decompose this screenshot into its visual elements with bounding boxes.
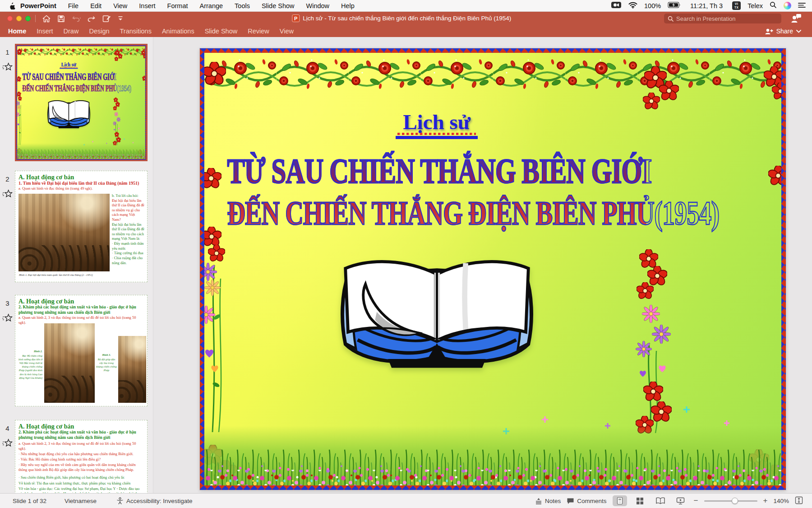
slide-thumbnail-panel[interactable]: 1 Lịch sử: [0, 37, 153, 493]
close-window-button[interactable]: [7, 16, 13, 21]
workspace: 1 Lịch sử: [0, 37, 812, 493]
accessibility-status[interactable]: Accessibility: Investigate: [116, 497, 192, 504]
chevron-down-icon: [796, 30, 801, 33]
wifi-icon[interactable]: [628, 2, 637, 10]
slide-thumbnail-3[interactable]: A. Hoạt động cơ bản 2. Khám phá các hoạt…: [15, 295, 148, 406]
thumb2-photo-caption: Hình 1. Đại hội đại biểu toàn quốc lần t…: [19, 273, 114, 276]
undo-icon[interactable]: [72, 15, 81, 22]
slide-thumbnail-4[interactable]: A. Hoạt động cơ bản 2. Khám phá các hoạt…: [15, 420, 148, 493]
share-label: Share: [776, 28, 793, 35]
control-center-icon[interactable]: [798, 2, 806, 9]
export-icon[interactable]: [102, 15, 111, 23]
tab-view[interactable]: View: [280, 28, 294, 35]
slide-counter[interactable]: Slide 1 of 32: [13, 498, 46, 504]
battery-icon[interactable]: [668, 2, 681, 9]
save-icon[interactable]: [57, 15, 65, 23]
thumb2-question: Đại hội đại biểu lần thứ II của Đảng đã …: [112, 199, 145, 223]
slide3-photo-hinh3: [118, 336, 146, 403]
zoom-window-button[interactable]: [25, 16, 31, 21]
tab-transitions[interactable]: Transitions: [120, 28, 152, 35]
thumb4-green-line: Về văn hóa - giáo dục: Các trường đại họ…: [18, 486, 144, 493]
menu-clock[interactable]: 11:21, Th 3: [690, 2, 723, 9]
normal-view-button[interactable]: [613, 495, 627, 506]
siri-icon[interactable]: [784, 2, 791, 9]
slide-sorter-button[interactable]: [633, 495, 647, 506]
input-badge-top: VI: [735, 2, 738, 5]
zoom-slider-knob[interactable]: [732, 498, 738, 504]
thumb2-bullet: · Tăng cường thi đua: [112, 251, 145, 256]
search-box[interactable]: [664, 14, 781, 23]
reading-view-button[interactable]: [653, 495, 668, 506]
thumb4-red-line: a. Quan sát hình 2, 3 và đọc thông tin t…: [18, 441, 144, 451]
share-button[interactable]: Share: [765, 25, 801, 37]
thumb4-heading: A. Hoạt động cơ bản: [18, 423, 144, 430]
apple-icon[interactable]: [9, 2, 16, 9]
people-icon[interactable]: [791, 13, 802, 25]
comments-button[interactable]: Comments: [567, 498, 606, 504]
slide-title-line1: TỪ SAU CHIẾN THẮNG BIÊN GIỚI: [22, 72, 115, 82]
thumb4-red-line: · Hãy nêu suy nghĩ của em về tình cảm gi…: [18, 462, 144, 472]
slide-thumbnail-2[interactable]: A. Hoạt động cơ bản 1. Tìm hiểu về Đại h…: [15, 171, 148, 282]
slide-editing-canvas[interactable]: Lịch sử TỪ SAU CHIẾN THẮNG BIÊN GIỚI ĐẾN…: [153, 37, 812, 493]
menu-tools[interactable]: Tools: [235, 2, 250, 9]
slide-title-line2: ĐẾN CHIẾN THẮNG ĐIỆN BIÊN PHỦ(1954): [22, 83, 115, 93]
menu-edit[interactable]: Edit: [90, 2, 102, 9]
slide-canvas[interactable]: Lịch sử TỪ SAU CHIẾN THẮNG BIÊN GIỚI ĐẾN…: [200, 48, 786, 490]
slide-title-line1[interactable]: TỪ SAU CHIẾN THẮNG BIÊN GIỚI: [227, 151, 646, 191]
tab-review[interactable]: Review: [248, 28, 269, 35]
minimize-window-button[interactable]: [16, 16, 22, 21]
toolbar-options-icon[interactable]: [118, 16, 123, 21]
slide-small-title[interactable]: Lịch sử: [396, 110, 478, 139]
menu-slide-show[interactable]: Slide Show: [262, 2, 295, 9]
thumb2-subheading: 1. Tìm hiểu về Đại hội đại biểu lần thứ …: [18, 181, 144, 186]
toolbar-divider: [35, 15, 36, 22]
window-title-bar[interactable]: P Lịch sử - Từ sau chiến thắng Biên giới…: [0, 12, 812, 25]
menu-window[interactable]: Window: [306, 2, 330, 9]
menu-arrange[interactable]: Arrange: [200, 2, 223, 9]
slide-number: 4: [0, 424, 15, 432]
tab-design[interactable]: Design: [89, 28, 109, 35]
thumb4-subheading: 2. Khám phá các hoạt động sản xuất và vă…: [18, 430, 144, 440]
menu-format[interactable]: Format: [167, 2, 188, 9]
tab-draw[interactable]: Draw: [64, 28, 79, 35]
input-source-label[interactable]: Telex: [747, 2, 763, 9]
zoom-in-button[interactable]: +: [763, 496, 768, 505]
input-badge-bottom: TX: [734, 6, 738, 9]
spotlight-icon[interactable]: [770, 1, 777, 10]
powerpoint-doc-icon: P: [292, 14, 300, 22]
animation-star-icon[interactable]: [0, 438, 15, 449]
language-status[interactable]: Vietnamese: [65, 498, 97, 504]
tab-animations[interactable]: Animations: [162, 28, 194, 35]
slide-title-line2[interactable]: ĐẾN CHIẾN THẮNG ĐIỆN BIÊN PHỦ(1954): [227, 194, 646, 233]
slideshow-button[interactable]: [674, 495, 688, 506]
animation-star-icon[interactable]: [0, 62, 15, 73]
search-input[interactable]: [676, 15, 778, 22]
thumb2-heading: A. Hoạt động cơ bản: [18, 174, 144, 181]
home-icon[interactable]: [42, 15, 51, 23]
redo-icon[interactable]: [88, 15, 96, 22]
animation-star-icon[interactable]: [0, 189, 15, 200]
zoom-out-button[interactable]: −: [694, 496, 698, 505]
zoom-level[interactable]: 140%: [773, 498, 789, 504]
tab-insert[interactable]: Insert: [37, 28, 53, 35]
menu-app-name[interactable]: PowerPoint: [20, 2, 56, 9]
zoom-slider[interactable]: [704, 500, 757, 502]
menu-insert[interactable]: Insert: [139, 2, 155, 9]
menu-help[interactable]: Help: [341, 2, 355, 9]
thumb2-bullet: · Đẩy mạnh tinh thần yêu nước: [112, 242, 145, 251]
battery-percent: 100%: [644, 2, 661, 9]
powerpoint-window: PowerPoint File Edit View Insert Format …: [0, 0, 812, 508]
screen-record-icon[interactable]: [611, 1, 622, 10]
open-book-image[interactable]: [337, 247, 537, 373]
slide-thumbnail-1[interactable]: Lịch sử TỪ SAU CHIẾN THẮNG BIÊN GIỚI ĐẾN…: [15, 44, 148, 161]
tab-home[interactable]: Home: [8, 28, 26, 35]
fit-window-button[interactable]: [795, 496, 803, 506]
tab-slide-show[interactable]: Slide Show: [205, 28, 238, 35]
notes-icon: [535, 498, 542, 504]
menu-view[interactable]: View: [113, 2, 127, 9]
menu-file[interactable]: File: [68, 2, 78, 9]
input-source-icon[interactable]: VI TX: [732, 1, 741, 10]
thumb2-answer-label: b. Trả lời câu hỏi:: [112, 194, 145, 199]
animation-star-icon[interactable]: [0, 313, 15, 324]
notes-button[interactable]: Notes: [535, 498, 561, 504]
